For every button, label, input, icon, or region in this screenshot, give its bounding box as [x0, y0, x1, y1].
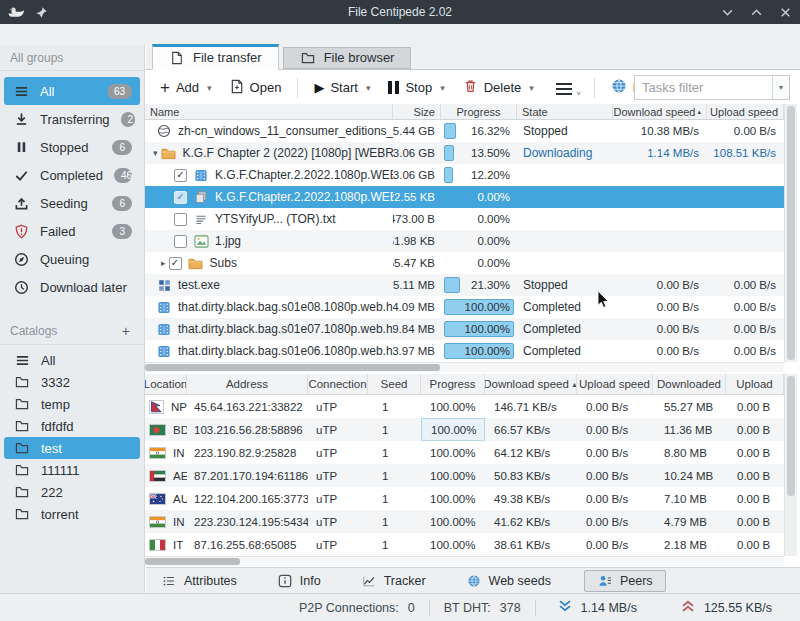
column-header-download-speed[interactable]: Download speed▲	[485, 374, 577, 395]
download-speed-cell: 0.00 B/s	[613, 340, 707, 362]
column-header-connection[interactable]: Connection	[308, 374, 368, 395]
catalog-item[interactable]: 222	[4, 481, 140, 503]
peer-row[interactable]: IT 87.16.255.68:65085 uTP 1 100.00% 38.6…	[145, 533, 784, 556]
filter-dropdown-button[interactable]: ▾	[772, 76, 789, 99]
column-header-seed[interactable]: Seed	[368, 374, 421, 395]
stop-button[interactable]: Stop ▾	[382, 77, 450, 98]
more-menu-button[interactable]: ˅	[550, 78, 578, 98]
row-checkbox[interactable]: ✓	[169, 257, 182, 270]
catalog-item[interactable]: All	[4, 349, 140, 371]
row-checkbox[interactable]: ✓	[174, 191, 187, 204]
sidebar-group-item[interactable]: Completed 46	[4, 161, 140, 189]
main-tab[interactable]: File browser	[283, 47, 412, 69]
scrollbar-thumb[interactable]	[787, 106, 795, 360]
catalog-item[interactable]: 3332	[4, 371, 140, 393]
scrollbar-thumb[interactable]	[145, 364, 440, 371]
sidebar-group-item[interactable]: Stopped 6	[4, 133, 140, 161]
peers-vertical-scrollbar[interactable]	[784, 374, 797, 556]
transfer-row[interactable]: that.dirty.black.bag.s01e07.1080p.web.h2…	[145, 318, 784, 340]
peer-row[interactable]: NP 45.64.163.221:33822 uTP 1 100.00% 146…	[145, 395, 784, 418]
peer-row[interactable]: AE 87.201.170.194:61186 uTP 1 100.00% 50…	[145, 464, 784, 487]
transfer-row[interactable]: 1.jpg 51.98 KB 0.00%	[145, 230, 784, 252]
start-button[interactable]: ▶ Start ▾	[308, 77, 376, 98]
row-checkbox[interactable]	[174, 213, 187, 226]
transfer-row[interactable]: that.dirty.black.bag.s01e08.1080p.web.h2…	[145, 296, 784, 318]
catalog-item[interactable]: temp	[4, 393, 140, 415]
menu-item[interactable]	[4, 33, 22, 37]
expand-arrow-icon[interactable]: ▾	[153, 148, 158, 158]
transfer-row[interactable]: ✓ K.G.F.Chapter.2.2022.1080p.WEBRip.x⋯ 1…	[145, 186, 784, 208]
sidebar-group-item[interactable]: All 63	[4, 77, 140, 105]
scrollbar-thumb[interactable]	[787, 376, 795, 496]
progress-bar	[444, 145, 454, 161]
column-header-address[interactable]: Address	[187, 374, 308, 395]
transfer-row[interactable]: zh-cn_windows_11_consumer_editions_upd⋯ …	[145, 120, 784, 142]
pin-icon[interactable]	[35, 6, 48, 19]
expand-arrow-icon[interactable]: ▸	[161, 258, 166, 268]
column-header-location[interactable]: Location	[145, 374, 187, 395]
column-header-state[interactable]: State	[517, 104, 613, 120]
catalog-item[interactable]: test	[4, 437, 140, 459]
detail-tab[interactable]: Attributes	[154, 570, 244, 592]
peers-horizontal-scrollbar[interactable]	[145, 556, 784, 566]
menu-item[interactable]	[40, 33, 58, 37]
maximize-button[interactable]	[750, 6, 763, 19]
file-centipede-window: File Centipede 2.02 All groups All 63 Tr…	[0, 0, 800, 621]
sidebar-group-item[interactable]: Download later	[4, 273, 140, 301]
transfer-row[interactable]: ✓ K.G.F.Chapter.2.2022.1080p.WEBRip.x⋯ 3…	[145, 164, 784, 186]
column-header-upload-speed[interactable]: Upload speed	[577, 374, 653, 395]
transfer-horizontal-scrollbar[interactable]	[145, 362, 784, 372]
transfer-row[interactable]: test.exe 85.11 MB 21.30% Stopped 0.00 B/…	[145, 274, 784, 296]
add-catalog-button[interactable]: +	[118, 323, 134, 339]
sidebar-group-item[interactable]: Seeding 6	[4, 189, 140, 217]
transfer-row[interactable]: ▸ ✓ Subs 255.47 KB 0.00%	[145, 252, 784, 274]
row-checkbox[interactable]: ✓	[174, 169, 187, 182]
delete-button[interactable]: Delete ▾	[457, 75, 540, 100]
transfer-row[interactable]: YTSYifyUP... (TOR).txt 473.00 B 0.00%	[145, 208, 784, 230]
row-checkbox[interactable]	[174, 235, 187, 248]
column-header-downloaded[interactable]: Downloaded	[653, 374, 726, 395]
open-button[interactable]: Open	[224, 76, 288, 100]
menu-item[interactable]	[22, 33, 40, 37]
file-name: that.dirty.black.bag.s01e08.1080p.web.h2…	[178, 300, 393, 314]
peer-row[interactable]: IN 223.190.82.9:25828 uTP 1 100.00% 64.1…	[145, 441, 784, 464]
detail-tab[interactable]: Tracker	[354, 570, 433, 592]
size-cell: 3.06 GB	[393, 164, 441, 186]
catalog-item[interactable]: 111111	[4, 459, 140, 481]
column-header-size[interactable]: Size	[393, 104, 441, 120]
peer-row[interactable]: IN 223.230.124.195:54348 uTP 1 100.00% 4…	[145, 510, 784, 533]
tasks-filter-input[interactable]	[635, 76, 772, 99]
upload-speed-cell: 0.00 B/s	[707, 274, 784, 296]
peer-row[interactable]: AU 122.104.200.165:37738 uTP 1 100.00% 4…	[145, 487, 784, 510]
sidebar-group-item[interactable]: Transferring 2	[4, 105, 140, 133]
column-header-download-speed[interactable]: Download speed▴	[613, 104, 707, 120]
sidebar-group-item[interactable]: Failed 3	[4, 217, 140, 245]
name-cell: test.exe	[145, 274, 393, 296]
column-header-name[interactable]: Name	[145, 104, 393, 120]
scrollbar-thumb[interactable]	[145, 558, 240, 565]
column-header-progress[interactable]: Progress	[441, 104, 517, 120]
catalog-item[interactable]: fdfdfd	[4, 415, 140, 437]
progress-text: 16.32%	[471, 120, 510, 142]
video-icon	[156, 323, 172, 336]
menu-item[interactable]	[58, 33, 76, 37]
transfer-row[interactable]: ▾ K.G.F Chapter 2 (2022) [1080p] [WEBRip…	[145, 142, 784, 164]
sidebar-group-item[interactable]: Queuing	[4, 245, 140, 273]
transfer-vertical-scrollbar[interactable]	[784, 104, 797, 362]
add-button[interactable]: + Add ▾	[154, 77, 218, 98]
close-button[interactable]	[779, 6, 792, 19]
detail-tab[interactable]: Web seeds	[459, 570, 558, 592]
detail-tab[interactable]: Peers	[584, 570, 666, 592]
peer-row[interactable]: BD 103.216.56.28:58896 uTP 1 100.00% 66.…	[145, 418, 784, 441]
column-header-progress[interactable]: Progress	[421, 374, 485, 395]
connection-cell: uTP	[308, 487, 368, 510]
transfer-row[interactable]: that.dirty.black.bag.s01e06.1080p.web.h2…	[145, 340, 784, 362]
pause-icon	[13, 140, 29, 154]
menu-item[interactable]	[76, 33, 94, 37]
minimize-button[interactable]	[721, 6, 734, 19]
column-header-upload-speed[interactable]: Upload speed	[707, 104, 784, 120]
catalog-item[interactable]: torrent	[4, 503, 140, 525]
detail-tab[interactable]: Info	[270, 570, 328, 592]
main-tab[interactable]: File transfer	[152, 44, 279, 70]
column-header-uploaded[interactable]: Upload	[726, 374, 784, 395]
